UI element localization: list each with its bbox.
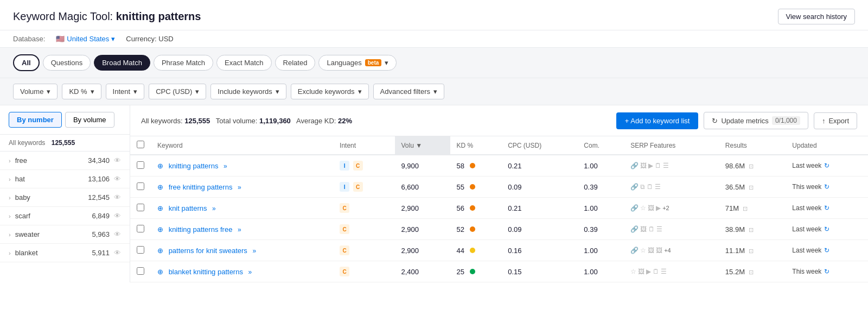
keyword-cell: ⊕ free knitting patterns » bbox=[151, 177, 333, 198]
eye-icon[interactable]: 👁 bbox=[114, 249, 121, 257]
image-icon: 🖼 bbox=[648, 204, 654, 212]
database-selector[interactable]: 🇺🇸 United States ▾ bbox=[56, 35, 115, 43]
eye-icon[interactable]: 👁 bbox=[114, 156, 121, 165]
row-checkbox[interactable] bbox=[137, 246, 144, 254]
results-column-header[interactable]: Results bbox=[719, 136, 786, 155]
row-checkbox-cell[interactable] bbox=[130, 240, 151, 261]
row-checkbox[interactable] bbox=[137, 267, 144, 275]
star-icon: ☆ bbox=[630, 268, 636, 275]
updated-cell: Last week ↻ bbox=[786, 219, 868, 240]
intent-badge-i: I bbox=[340, 182, 349, 192]
kd-column-header[interactable]: KD % bbox=[450, 136, 502, 155]
cpc-cell: 0.21 bbox=[501, 198, 577, 219]
plus-icon[interactable]: ⊕ bbox=[157, 183, 163, 191]
sidebar-item-hat[interactable]: › hat 13,106 👁 bbox=[0, 170, 130, 188]
row-checkbox[interactable] bbox=[137, 182, 144, 190]
tab-all[interactable]: All bbox=[13, 54, 40, 71]
volume-filter[interactable]: Volume ▾ bbox=[13, 84, 58, 99]
volume-cell: 9,900 bbox=[395, 155, 450, 177]
sidebar-item-scarf[interactable]: › scarf 6,849 👁 bbox=[0, 207, 130, 225]
row-checkbox-cell[interactable] bbox=[130, 198, 151, 219]
expand-icon[interactable]: » bbox=[252, 247, 256, 255]
tab-questions[interactable]: Questions bbox=[43, 55, 91, 71]
sort-by-number-button[interactable]: By number bbox=[9, 112, 62, 128]
export-button[interactable]: ↑ Export bbox=[814, 112, 857, 129]
select-all-checkbox[interactable] bbox=[137, 141, 144, 148]
sidebar-item-blanket[interactable]: › blanket 5,911 👁 bbox=[0, 244, 130, 262]
kd-dot bbox=[470, 163, 475, 168]
keyword-link[interactable]: knitting patterns bbox=[169, 162, 219, 170]
advanced-filters[interactable]: Advanced filters ▾ bbox=[373, 84, 445, 99]
eye-icon[interactable]: 👁 bbox=[114, 175, 121, 183]
refresh-icon[interactable]: ↻ bbox=[824, 162, 829, 169]
include-keywords-filter[interactable]: Include keywords ▾ bbox=[210, 84, 286, 99]
intent-column-header: Intent bbox=[333, 136, 394, 155]
link-icon: 🔗 bbox=[630, 247, 639, 254]
eye-icon[interactable]: 👁 bbox=[114, 230, 121, 238]
row-checkbox-cell[interactable] bbox=[130, 261, 151, 282]
select-all-header[interactable] bbox=[130, 136, 151, 155]
row-checkbox[interactable] bbox=[137, 204, 144, 211]
results-cell: 98.6M ⊡ bbox=[719, 155, 786, 177]
updated-cell: This week ↻ bbox=[786, 261, 868, 282]
tab-phrase-match[interactable]: Phrase Match bbox=[154, 55, 213, 71]
expand-icon[interactable]: » bbox=[238, 226, 241, 234]
kd-dot bbox=[470, 248, 475, 253]
languages-dropdown[interactable]: Languages beta ▾ bbox=[318, 55, 397, 71]
tab-related[interactable]: Related bbox=[275, 55, 316, 71]
serp-features-cell: 🔗 🖼 ▶ 🗒 ☰ bbox=[624, 155, 719, 177]
row-checkbox[interactable] bbox=[137, 225, 144, 232]
keyword-link[interactable]: patterns for knit sweaters bbox=[169, 247, 247, 255]
keyword-link[interactable]: knitting patterns free bbox=[169, 225, 233, 234]
expand-icon[interactable]: » bbox=[248, 268, 252, 276]
eye-icon[interactable]: 👁 bbox=[114, 212, 121, 220]
row-checkbox-cell[interactable] bbox=[130, 177, 151, 198]
plus-icon[interactable]: ⊕ bbox=[157, 247, 163, 255]
plus-icon[interactable]: ⊕ bbox=[157, 268, 163, 276]
row-checkbox[interactable] bbox=[137, 161, 144, 169]
kd-filter[interactable]: KD % ▾ bbox=[62, 84, 101, 99]
refresh-icon[interactable]: ↻ bbox=[824, 204, 829, 212]
update-metrics-button[interactable]: ↻ Update metrics 0/1,000 bbox=[704, 112, 808, 129]
link-icon: 🔗 bbox=[630, 162, 639, 169]
row-checkbox-cell[interactable] bbox=[130, 219, 151, 240]
tab-exact-match[interactable]: Exact Match bbox=[216, 55, 272, 71]
intent-filter[interactable]: Intent ▾ bbox=[106, 84, 145, 99]
tab-broad-match[interactable]: Broad Match bbox=[94, 55, 150, 71]
list-icon: ☰ bbox=[656, 225, 662, 233]
add-to-keyword-list-button[interactable]: + Add to keyword list bbox=[616, 112, 699, 129]
volume-column-header[interactable]: Volu ▼ bbox=[395, 136, 450, 155]
eye-icon[interactable]: 👁 bbox=[114, 193, 121, 201]
keyword-link[interactable]: free knitting patterns bbox=[169, 183, 233, 191]
keyword-link[interactable]: knit patterns bbox=[169, 204, 207, 212]
cpc-filter[interactable]: CPC (USD) ▾ bbox=[149, 84, 206, 99]
sidebar-item-free[interactable]: › free 34,340 👁 bbox=[0, 152, 130, 170]
keyword-link[interactable]: blanket knitting patterns bbox=[169, 268, 243, 276]
sidebar-item-sweater[interactable]: › sweater 5,963 👁 bbox=[0, 225, 130, 244]
plus-icon[interactable]: ⊕ bbox=[157, 225, 163, 234]
com-column-header[interactable]: Com. bbox=[577, 136, 624, 155]
kd-dot bbox=[470, 184, 475, 190]
updated-column-header[interactable]: Updated bbox=[786, 136, 868, 155]
keyword-column-header: Keyword bbox=[151, 136, 333, 155]
view-history-button[interactable]: View search history bbox=[778, 9, 855, 24]
row-checkbox-cell[interactable] bbox=[130, 155, 151, 177]
sidebar-item-baby[interactable]: › baby 12,545 👁 bbox=[0, 188, 130, 207]
refresh-icon[interactable]: ↻ bbox=[824, 225, 829, 233]
plus-icon[interactable]: ⊕ bbox=[157, 162, 163, 170]
refresh-icon[interactable]: ↻ bbox=[824, 247, 829, 254]
exclude-keywords-filter[interactable]: Exclude keywords ▾ bbox=[291, 84, 369, 99]
export-icon: ↑ bbox=[822, 117, 826, 125]
sort-by-volume-button[interactable]: By volume bbox=[65, 112, 114, 128]
expand-icon[interactable]: » bbox=[238, 184, 241, 191]
chevron-down-icon: ▾ bbox=[358, 87, 362, 96]
cpc-column-header[interactable]: CPC (USD) bbox=[501, 136, 577, 155]
refresh-icon[interactable]: ↻ bbox=[824, 183, 829, 191]
expand-icon[interactable]: » bbox=[212, 205, 216, 212]
refresh-icon[interactable]: ↻ bbox=[824, 268, 829, 275]
expand-icon[interactable]: » bbox=[224, 162, 227, 170]
kd-cell: 55 bbox=[450, 177, 502, 198]
plus-icon[interactable]: ⊕ bbox=[157, 204, 163, 212]
video-icon: ▶ bbox=[656, 204, 661, 212]
currency-label: Currency: USD bbox=[126, 35, 173, 43]
